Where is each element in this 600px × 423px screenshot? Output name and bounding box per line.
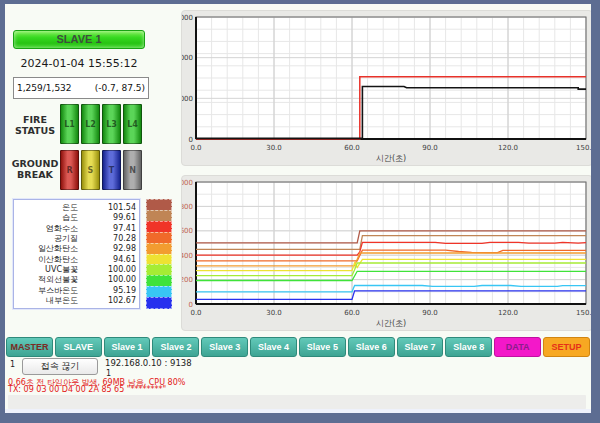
fire-status-label-line2: STATUS: [15, 125, 55, 136]
sensor-label: 이산화탄소: [16, 255, 78, 265]
sensor-label: 염화수소: [16, 224, 78, 234]
x-tick-label: 120.0: [498, 144, 518, 152]
value-readout-main: 1,259/1,532: [17, 83, 72, 93]
bottom-strip: [5, 409, 591, 413]
ground-lamp-label: T: [109, 166, 114, 175]
tab-slave-7[interactable]: Slave 7: [397, 337, 444, 357]
x-tick-label: 60.0: [344, 309, 360, 317]
fire-lamp-l2: L2: [81, 104, 100, 144]
y-tick-label: 0: [189, 301, 193, 309]
y-tick-label: 3000: [182, 14, 193, 22]
tab-setup[interactable]: SETUP: [543, 337, 590, 357]
tab-slave-1[interactable]: Slave 1: [104, 337, 151, 357]
sensor-row-0: 온도101.54: [16, 203, 136, 213]
fire-lamp-label: L4: [127, 120, 138, 129]
tab-slave-2[interactable]: Slave 2: [152, 337, 199, 357]
legend-color-1: [146, 210, 172, 221]
x-tick-label: 0.0: [190, 309, 201, 317]
fire-lamp-l4: L4: [123, 104, 142, 144]
ground-break-lamps: RSTN: [60, 150, 142, 190]
y-tick-label: 600: [182, 227, 193, 235]
tab-slave[interactable]: SLAVE: [55, 337, 102, 357]
chart-svg-1: 020040060080010000.030.060.090.0120.0150…: [182, 176, 594, 332]
sensor-label: 부스바온도: [16, 286, 78, 296]
fire-lamp-label: L3: [106, 120, 117, 129]
ground-lamp-label: S: [88, 166, 94, 175]
x-tick-label: 30.0: [266, 144, 282, 152]
legend-color-0: [146, 199, 172, 210]
legend-color-2: [146, 221, 172, 232]
sensor-value: 97.41: [84, 224, 136, 234]
x-tick-label: 60.0: [344, 144, 360, 152]
sensor-row-3: 공기질70.28: [16, 234, 136, 244]
x-tick-label: 150.0: [576, 144, 594, 152]
ip-address: 192.168.0.10 : 9138: [105, 358, 192, 368]
sensor-row-7: 적외선불꽃100.00: [16, 275, 136, 285]
sensor-value: 99.61: [84, 213, 136, 223]
y-tick-label: 2000: [182, 54, 193, 62]
sensor-label: 온도: [16, 203, 78, 213]
x-tick-label: 90.0: [422, 144, 438, 152]
fire-status-lamps: L1L2L3L4: [60, 104, 142, 144]
disconnect-button[interactable]: 접속 끊기: [22, 358, 98, 375]
sensor-row-8: 부스바온도95.19: [16, 286, 136, 296]
tab-data[interactable]: DATA: [494, 337, 541, 357]
tab-master[interactable]: MASTER: [6, 337, 53, 357]
ground-lamp-r: R: [60, 150, 79, 190]
ground-lamp-label: N: [129, 166, 136, 175]
fire-lamp-label: L1: [64, 120, 75, 129]
sensor-value: 101.54: [84, 203, 136, 213]
sensor-label: UVC불꽃: [16, 265, 78, 275]
slave-status-button[interactable]: SLAVE 1: [13, 30, 145, 49]
y-tick-label: 0: [189, 136, 193, 144]
x-axis-title: 시간(초): [376, 154, 406, 163]
ground-lamp-label: R: [66, 166, 72, 175]
sensor-row-5: 이산화탄소94.61: [16, 255, 136, 265]
tab-slave-6[interactable]: Slave 6: [348, 337, 395, 357]
sensor-value: 92.98: [84, 244, 136, 254]
x-tick-label: 150.0: [576, 309, 594, 317]
fire-lamp-l3: L3: [102, 104, 121, 144]
x-tick-label: 90.0: [422, 309, 438, 317]
legend-color-9: [146, 297, 172, 309]
sensor-label: 습도: [16, 213, 78, 223]
sensor-value: 70.28: [84, 234, 136, 244]
datetime-display: 2024-01-04 15:55:12: [13, 57, 145, 70]
tab-slave-3[interactable]: Slave 3: [201, 337, 248, 357]
sensor-value: 94.61: [84, 255, 136, 265]
y-tick-label: 800: [182, 203, 193, 211]
fire-lamp-label: L2: [85, 120, 96, 129]
chart-panel-sensor-trends: 020040060080010000.030.060.090.0120.0150…: [181, 175, 593, 331]
y-tick-label: 200: [182, 276, 193, 284]
legend-color-7: [146, 275, 172, 286]
sensor-readout-panel: 온도101.54습도99.61염화수소97.41공기질70.28일산화탄소92.…: [13, 199, 140, 309]
y-tick-label: 1000: [182, 95, 193, 103]
chart-panel-main-values: 01000200030000.030.060.090.0120.0150.0시간…: [181, 10, 593, 166]
y-tick-label: 400: [182, 252, 193, 260]
tab-bar: MASTERSLAVESlave 1Slave 2Slave 3Slave 4S…: [5, 337, 591, 357]
sensor-label: 일산화탄소: [16, 244, 78, 254]
sensor-row-1: 습도99.61: [16, 213, 136, 223]
chart-svg-0: 01000200030000.030.060.090.0120.0150.0시간…: [182, 11, 594, 167]
tab-slave-4[interactable]: Slave 4: [250, 337, 297, 357]
legend-color-3: [146, 232, 172, 243]
value-readout-coords: (-0.7, 87.5): [95, 83, 145, 93]
fire-status-label: FIRE STATUS: [10, 114, 60, 136]
tab-slave-5[interactable]: Slave 5: [299, 337, 346, 357]
ground-break-label-line2: BREAK: [17, 169, 53, 180]
fire-lamp-l1: L1: [60, 104, 79, 144]
status-log-panel: [8, 395, 586, 409]
tab-slave-8[interactable]: Slave 8: [445, 337, 492, 357]
sensor-label: 내부온도: [16, 296, 78, 306]
y-tick-label: 1000: [182, 179, 193, 187]
sensor-row-4: 일산화탄소92.98: [16, 244, 136, 254]
legend-color-4: [146, 243, 172, 254]
value-readout-box: 1,259/1,532 (-0.7, 87.5): [13, 77, 149, 99]
ground-break-label: GROUND BREAK: [10, 158, 60, 180]
sensor-value: 102.67: [84, 296, 136, 306]
status-tx-line: TX: 09 03 00 D4 00 2A 85 65 "********": [8, 385, 166, 394]
app-window: SLAVE 1 2024-01-04 15:55:12 1,259/1,532 …: [0, 0, 600, 423]
sensor-value: 95.19: [84, 286, 136, 296]
ground-lamp-t: T: [102, 150, 121, 190]
legend-color-8: [146, 286, 172, 297]
